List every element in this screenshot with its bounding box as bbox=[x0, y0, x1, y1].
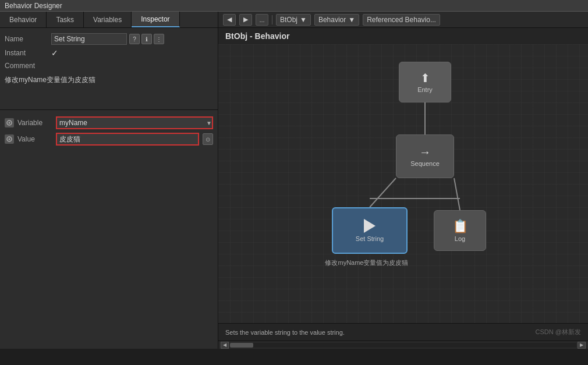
canvas-area[interactable]: ⬆ Entry → Sequence Set String 修改myName变量… bbox=[218, 44, 588, 323]
object-dropdown[interactable]: BtObj ▼ bbox=[276, 14, 311, 26]
svg-line-6 bbox=[454, 178, 460, 210]
referenced-dropdown[interactable]: Referenced Behavio... bbox=[363, 14, 440, 26]
value-options-btn[interactable]: ⊙ bbox=[203, 133, 213, 145]
comment-label: Comment bbox=[5, 62, 51, 70]
watermark: CSDN @林新发 bbox=[536, 328, 581, 336]
separator-1 bbox=[0, 109, 218, 110]
node-comment: 修改myName变量值为皮皮猫 bbox=[320, 258, 413, 267]
log-icon: 📋 bbox=[452, 219, 468, 234]
variable-input[interactable] bbox=[56, 116, 213, 129]
title-label: Behavior Designer bbox=[5, 2, 62, 10]
play-btn[interactable]: ▶ bbox=[239, 14, 252, 26]
canvas-toolbar: ◀ ▶ ... BtObj ▼ Behavior ▼ Referenced Be… bbox=[218, 12, 588, 28]
entry-icon: ⬆ bbox=[420, 71, 430, 85]
value-input[interactable] bbox=[56, 133, 199, 146]
variable-section: Variable ▼ Value bbox=[0, 112, 218, 150]
comment-label-row: Comment bbox=[0, 59, 218, 72]
setstring-play-icon bbox=[364, 219, 376, 233]
log-node[interactable]: 📋 Log bbox=[434, 210, 486, 251]
toolbar-sep-1 bbox=[272, 15, 272, 24]
more-icon-btn[interactable]: ⋮ bbox=[154, 34, 164, 44]
behavior-dropdown-arrow: ▼ bbox=[348, 16, 355, 24]
svg-line-5 bbox=[370, 178, 396, 207]
svg-point-3 bbox=[9, 139, 10, 140]
behavior-dropdown[interactable]: Behavior ▼ bbox=[314, 14, 359, 26]
entry-node[interactable]: ⬆ Entry bbox=[399, 62, 451, 102]
comment-text: 修改myName变量值为皮皮猫 bbox=[5, 76, 95, 84]
value-label: Value bbox=[17, 135, 52, 143]
bottom-bar: Sets the variable string to the value st… bbox=[218, 323, 588, 341]
canvas-title: BtObj - Behavior bbox=[218, 28, 588, 44]
tab-bar: Behavior Tasks Variables Inspector bbox=[0, 12, 218, 28]
dots-btn[interactable]: ... bbox=[256, 14, 268, 26]
name-row: Name ? ℹ ⋮ bbox=[0, 31, 218, 47]
object-dropdown-arrow: ▼ bbox=[300, 16, 307, 24]
log-label: Log bbox=[455, 235, 465, 242]
setstring-node[interactable]: Set String bbox=[332, 207, 408, 254]
info-icon-btn[interactable]: ℹ bbox=[141, 34, 152, 44]
sequence-icon: → bbox=[419, 146, 431, 159]
variable-icon bbox=[5, 118, 14, 127]
scroll-track bbox=[230, 343, 576, 348]
title-bar: Behavior Designer bbox=[0, 0, 588, 12]
tab-inspector[interactable]: Inspector bbox=[132, 12, 179, 27]
tab-tasks[interactable]: Tasks bbox=[47, 12, 84, 27]
inspector-fields: Name ? ℹ ⋮ Instant ✓ Comment 修改myName变量值… bbox=[0, 28, 218, 153]
status-text: Sets the variable string to the value st… bbox=[225, 329, 536, 336]
svg-point-1 bbox=[9, 122, 10, 124]
variable-label: Variable bbox=[17, 119, 52, 127]
right-panel: ◀ ▶ ... BtObj ▼ Behavior ▼ Referenced Be… bbox=[218, 12, 588, 349]
scroll-thumb[interactable] bbox=[230, 343, 253, 348]
left-panel: Behavior Tasks Variables Inspector Name … bbox=[0, 12, 218, 349]
variable-row: Variable ▼ bbox=[5, 115, 213, 131]
sequence-node[interactable]: → Sequence bbox=[396, 134, 454, 178]
name-field-icons: ? ℹ ⋮ bbox=[129, 34, 164, 44]
entry-label: Entry bbox=[417, 86, 433, 93]
instant-row: Instant ✓ bbox=[0, 47, 218, 59]
variable-input-wrapper: ▼ bbox=[56, 116, 213, 129]
comment-area: 修改myName变量值为皮皮猫 bbox=[0, 72, 218, 107]
bottom-scroll: ◀ ▶ bbox=[218, 341, 588, 349]
value-icon bbox=[5, 134, 14, 144]
tab-variables[interactable]: Variables bbox=[84, 12, 132, 27]
scroll-right-btn[interactable]: ▶ bbox=[578, 342, 586, 349]
main-layout: Behavior Tasks Variables Inspector Name … bbox=[0, 12, 588, 349]
value-row: Value ⊙ bbox=[5, 131, 213, 147]
instant-label: Instant bbox=[5, 49, 51, 57]
instant-checkmark: ✓ bbox=[51, 48, 58, 58]
setstring-label: Set String bbox=[356, 235, 384, 242]
tab-behavior[interactable]: Behavior bbox=[0, 12, 47, 27]
scroll-left-btn[interactable]: ◀ bbox=[221, 342, 229, 349]
name-label: Name bbox=[5, 35, 51, 43]
back-btn[interactable]: ◀ bbox=[223, 14, 236, 26]
value-input-wrapper bbox=[56, 133, 199, 146]
name-input[interactable] bbox=[51, 33, 127, 45]
help-icon-btn[interactable]: ? bbox=[129, 34, 140, 44]
sequence-label: Sequence bbox=[410, 160, 440, 167]
